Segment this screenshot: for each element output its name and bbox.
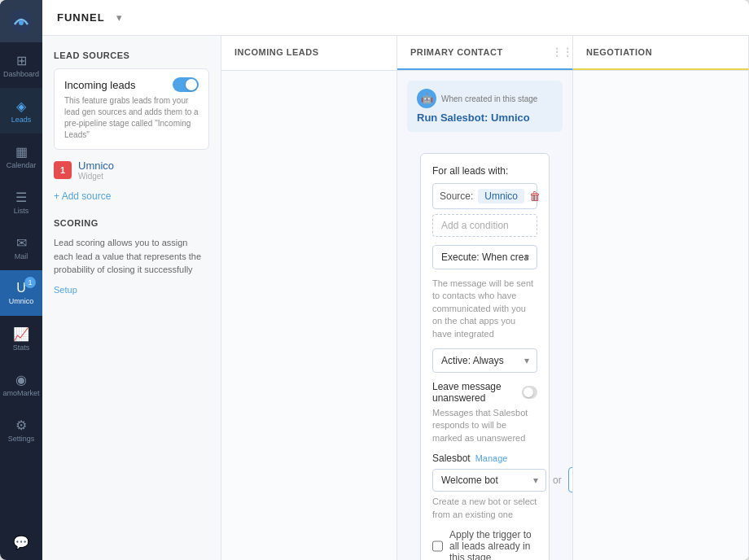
delete-condition-icon[interactable]: 🗑	[529, 190, 541, 203]
leave-unanswered-toggle[interactable]	[522, 386, 537, 399]
grip-icon: ⋮⋮	[552, 46, 572, 58]
incoming-leads-header: Incoming leads	[64, 77, 199, 92]
scoring-desc: Lead scoring allows you to assign each l…	[54, 236, 209, 277]
sidebar-label-settings: Settings	[8, 435, 35, 443]
left-panel: LEAD SOURCES Incoming leads This feature…	[42, 36, 221, 560]
umnico-badge: 1	[24, 277, 36, 288]
sidebar-label-amomarket: amoMarket	[2, 389, 39, 397]
sidebar-item-umnico[interactable]: 1 U Umnico	[0, 270, 42, 316]
source-name[interactable]: Umnico	[78, 160, 114, 172]
scoring-title: SCORING	[54, 218, 209, 228]
stage-action-label: Run Salesbot: Umnico	[417, 112, 553, 124]
kanban-col-negotiation: NEGOTIATION	[573, 36, 749, 70]
primary-label: PRIMARY CONTACT	[410, 47, 503, 57]
mail-icon: ✉	[16, 235, 27, 251]
apply-trigger-checkbox[interactable]	[432, 540, 443, 552]
sidebar-item-calendar[interactable]: ▦ Calendar	[0, 133, 42, 179]
kanban-column-incoming	[221, 71, 397, 560]
salesbot-label: Salesbot	[432, 453, 471, 464]
apply-trigger-label: Apply the trigger to all leads already i…	[449, 529, 537, 560]
leave-unanswered-label: Leave message unanswered	[432, 381, 515, 404]
create-hint: Create a new bot or select from an exist…	[432, 496, 537, 521]
sidebar-label-dashboard: Dashboard	[3, 70, 39, 78]
apply-trigger-row: Apply the trigger to all leads already i…	[432, 529, 537, 560]
source-number-badge: 1	[54, 161, 72, 179]
setup-link[interactable]: Setup	[54, 285, 77, 295]
stage-card: 🤖 When created in this stage Run Salesbo…	[407, 81, 563, 132]
page-title: FUNNEL	[57, 11, 105, 24]
execute-select[interactable]: Execute: When created in this stage Exec…	[432, 245, 537, 269]
stage-when-label: When created in this stage	[441, 94, 537, 103]
kanban-body: 🤖 When created in this stage Run Salesbo…	[221, 71, 749, 560]
sidebar-item-lists[interactable]: ☰ Lists	[0, 179, 42, 225]
topbar: FUNNEL ▾	[42, 0, 749, 36]
incoming-leads-card: Incoming leads This feature grabs leads …	[54, 68, 209, 150]
calendar-icon: ▦	[15, 144, 28, 160]
condition-row: Source: Umnico 🗑	[432, 183, 537, 209]
lists-icon: ☰	[15, 190, 27, 205]
active-select-wrapper: Active: Always Active: During business h…	[432, 348, 537, 373]
main-area: FUNNEL ▾ LEAD SOURCES Incoming leads Thi…	[42, 0, 749, 560]
add-condition-button[interactable]: Add a condition	[432, 214, 537, 237]
chat-button[interactable]: 💬	[0, 524, 42, 560]
sidebar-item-dashboard[interactable]: ⊞ Dashboard	[0, 42, 42, 88]
sidebar-item-leads[interactable]: ◈ Leads	[0, 88, 42, 133]
incoming-leads-name: Incoming leads	[64, 79, 135, 91]
add-source-button[interactable]: + Add source	[54, 189, 111, 203]
amomarket-icon: ◉	[15, 372, 27, 387]
negotiation-label: NEGOTIATION	[586, 47, 652, 57]
source-item-umnico: 1 Umnico Widget	[54, 160, 209, 181]
active-select[interactable]: Active: Always Active: During business h…	[432, 348, 537, 373]
salesbot-row: Salesbot Manage	[432, 453, 537, 464]
execute-hint: The message will be sent to contacts who…	[432, 278, 537, 340]
sidebar-label-leads: Leads	[11, 116, 32, 124]
toggle-sm-knob	[523, 387, 533, 397]
sidebar-label-calendar: Calendar	[7, 161, 37, 169]
salesbot-icon: 🤖	[417, 89, 436, 108]
source-type: Widget	[78, 172, 114, 181]
sidebar-label-mail: Mail	[15, 252, 28, 260]
sidebar-item-stats[interactable]: 📈 Stats	[0, 316, 42, 361]
kanban-column-primary: 🤖 When created in this stage Run Salesbo…	[397, 71, 573, 560]
lead-sources-title: LEAD SOURCES	[54, 50, 209, 60]
kanban-col-incoming: INCOMING LEADS	[221, 36, 397, 70]
kanban-col-primary: PRIMARY CONTACT ⋮⋮	[397, 36, 573, 70]
incoming-leads-toggle[interactable]	[173, 77, 199, 92]
dashboard-icon: ⊞	[16, 53, 27, 68]
sidebar-label-umnico: Umnico	[9, 297, 34, 305]
form-wrapper: For all leads with: Source: Umnico 🗑 Add…	[407, 140, 563, 560]
add-source-label: + Add source	[54, 190, 111, 202]
app-logo	[0, 0, 42, 42]
sidebar-item-amomarket[interactable]: ◉ amoMarket	[0, 361, 42, 407]
or-text: or	[553, 475, 562, 486]
bot-select-wrapper: Welcome bot Another bot	[432, 469, 546, 492]
settings-icon: ⚙	[15, 418, 27, 433]
sidebar-item-mail[interactable]: ✉ Mail	[0, 225, 42, 270]
bot-select-row: Welcome bot Another bot or ＋ Create a ne…	[432, 467, 537, 492]
kanban-area: INCOMING LEADS PRIMARY CONTACT ⋮⋮ NEGOTI…	[221, 36, 749, 560]
sidebar-item-settings[interactable]: ⚙ Settings	[0, 407, 42, 453]
incoming-leads-desc: This feature grabs leads from your lead …	[64, 95, 199, 141]
execute-select-wrapper: Execute: When created in this stage Exec…	[432, 245, 537, 269]
sidebar-nav: ⊞ Dashboard ◈ Leads ▦ Calendar ☰ Lists ✉…	[0, 42, 42, 524]
stats-icon: 📈	[13, 326, 29, 342]
condition-key: Source:	[440, 190, 473, 202]
sidebar-label-stats: Stats	[13, 343, 30, 352]
sidebar: ⊞ Dashboard ◈ Leads ▦ Calendar ☰ Lists ✉…	[0, 0, 42, 560]
chat-icon: 💬	[13, 535, 29, 550]
condition-value[interactable]: Umnico	[478, 189, 524, 203]
scoring-section: SCORING Lead scoring allows you to assig…	[54, 218, 209, 296]
manage-link[interactable]: Manage	[475, 453, 508, 463]
svg-point-1	[19, 20, 24, 25]
chevron-down-icon[interactable]: ▾	[116, 11, 122, 24]
content-area: LEAD SOURCES Incoming leads This feature…	[42, 36, 749, 560]
leave-unanswered-hint: Messages that Salesbot responds to will …	[432, 407, 537, 444]
stage-card-header: 🤖 When created in this stage	[417, 89, 553, 108]
bot-select[interactable]: Welcome bot Another bot	[432, 469, 546, 492]
leads-icon: ◈	[16, 98, 26, 114]
form-panel: For all leads with: Source: Umnico 🗑 Add…	[420, 153, 550, 560]
sidebar-label-lists: Lists	[14, 207, 29, 215]
leave-unanswered-row: Leave message unanswered	[432, 381, 537, 404]
for-all-leads-label: For all leads with:	[432, 165, 537, 177]
kanban-header: INCOMING LEADS PRIMARY CONTACT ⋮⋮ NEGOTI…	[221, 36, 749, 71]
